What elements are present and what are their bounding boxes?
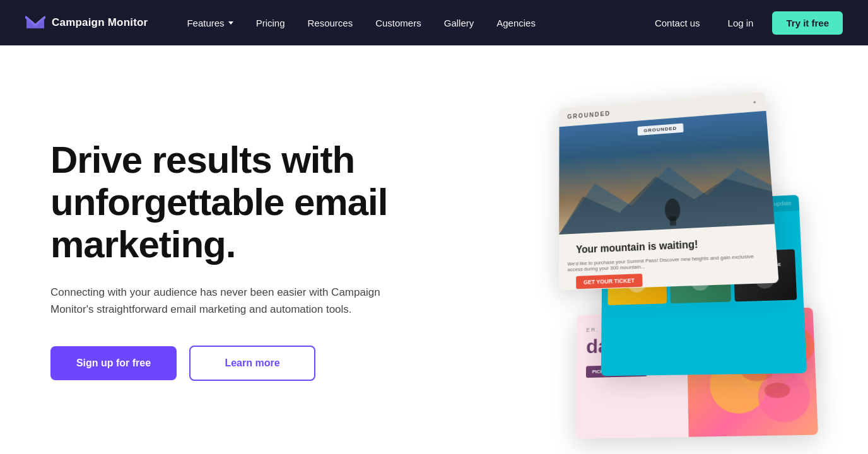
hero-section: Drive results with unforgettable email m… [0,45,868,454]
mountain-image: GROUNDED [559,111,775,235]
brand-name: Campaign Monitor [52,16,148,29]
nav-links: Features Pricing Resources Customers Gal… [178,13,544,33]
mountain-dot: ● [753,99,756,105]
contact-us-link[interactable]: Contact us [646,13,709,33]
nav-customers[interactable]: Customers [367,13,430,33]
mountain-cta: Get your ticket [576,274,642,289]
hero-buttons: Sign up for free Learn more [50,346,454,381]
nav-gallery[interactable]: Gallery [435,13,483,33]
try-free-button[interactable]: Try it free [772,11,843,35]
hero-content: Drive results with unforgettable email m… [50,139,454,381]
login-link[interactable]: Log in [719,13,763,33]
hero-illustration: GROUNDED ● GROUNDED You [454,83,833,436]
mountain-silhouette-icon [559,148,775,235]
navbar-right: Contact us Log in Try it free [646,11,843,35]
navbar-left: Campaign Monitor Features Pricing Resour… [25,13,544,33]
nav-agencies[interactable]: Agencies [488,13,544,33]
learn-more-button[interactable]: Learn more [189,346,315,381]
nav-resources[interactable]: Resources [298,13,361,33]
nav-features[interactable]: Features [178,13,242,33]
email-card-mountain: GROUNDED ● GROUNDED You [559,91,779,290]
svg-rect-4 [669,216,676,226]
email-stack: GROUNDED ● GROUNDED You [454,83,833,436]
signup-button[interactable]: Sign up for free [50,346,177,380]
mountain-badge: GROUNDED [638,124,684,136]
hero-subtitle: Connecting with your audience has never … [50,284,404,318]
hero-title: Drive results with unforgettable email m… [50,139,454,266]
mountain-brand: GROUNDED [567,110,611,120]
mountain-footer: Your mountain is waiting! We'd like to p… [559,224,779,290]
nav-pricing[interactable]: Pricing [247,13,294,33]
navbar: Campaign Monitor Features Pricing Resour… [0,0,868,45]
chevron-down-icon [228,21,233,25]
logo-icon [25,16,45,30]
logo[interactable]: Campaign Monitor [25,16,148,30]
